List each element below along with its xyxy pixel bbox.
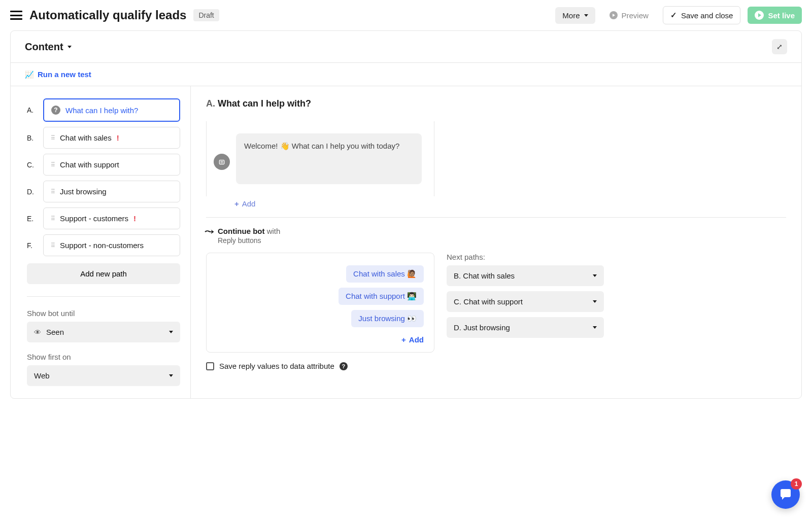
preview-label: Preview (622, 11, 649, 20)
reply-button[interactable]: Chat with sales 🙋🏽 (346, 265, 424, 283)
card-header: Content ⤢ (11, 31, 801, 62)
content-title: A. What can I help with? (206, 98, 786, 109)
add-reply-link[interactable]: Add (401, 335, 424, 344)
next-path-item[interactable]: C. Chat with support (447, 291, 604, 312)
path-row: B.⠿Chat with sales ! (27, 127, 180, 149)
reply-section: Chat with sales 🙋🏽Chat with support 👨🏻‍💻… (206, 253, 786, 353)
drag-handle-icon[interactable]: ⠿ (51, 161, 55, 168)
caret-down-icon (593, 326, 597, 329)
save-attr-checkbox[interactable] (206, 362, 214, 370)
path-label: Support - customers (60, 214, 128, 223)
path-label: Chat with sales (60, 133, 112, 142)
path-letter: A. (27, 106, 37, 114)
path-letter: B. (27, 134, 37, 142)
section-title-label: Content (25, 41, 63, 53)
drag-handle-icon[interactable]: ⠿ (51, 134, 55, 142)
save-attr-label: Save reply values to data attribute (219, 362, 334, 370)
page-title: Automatically qualify leads (29, 8, 186, 22)
continue-label: Continue bot (218, 227, 264, 235)
more-button[interactable]: More (555, 7, 595, 24)
page-header: Automatically qualify leads Draft More P… (0, 0, 812, 30)
question-icon: ? (51, 106, 60, 115)
path-item[interactable]: ?What can I help with? (43, 98, 180, 122)
preview-button[interactable]: Preview (602, 7, 656, 24)
drag-handle-icon[interactable]: ⠿ (51, 242, 55, 249)
path-label: Just browsing (60, 187, 107, 196)
path-label: Chat with support (60, 160, 119, 169)
continue-text: Continue bot with (218, 227, 280, 235)
expand-button[interactable]: ⤢ (772, 39, 787, 54)
add-message-link[interactable]: Add (234, 199, 255, 208)
save-label: Save and close (681, 11, 733, 20)
path-item[interactable]: ⠿Chat with sales ! (43, 127, 180, 149)
help-icon[interactable]: ? (340, 362, 348, 370)
message-block: Welcome! 👋 What can I help you with toda… (206, 121, 434, 196)
reply-button-box: Chat with sales 🙋🏽Chat with support 👨🏻‍💻… (206, 253, 434, 353)
add-path-button[interactable]: Add new path (27, 263, 180, 284)
path-row: C.⠿Chat with support (27, 154, 180, 176)
test-row: Run a new test (11, 62, 801, 86)
next-paths-label: Next paths: (447, 253, 604, 261)
add-reply-label: Add (409, 335, 424, 344)
plus-icon (234, 199, 239, 208)
show-until-value: Seen (46, 328, 64, 336)
path-item[interactable]: ⠿Support - customers ! (43, 207, 180, 229)
path-row: A.?What can I help with? (27, 98, 180, 122)
drag-handle-icon[interactable]: ⠿ (51, 188, 55, 195)
eye-icon (34, 328, 41, 336)
continue-row: Continue bot with Reply buttons (206, 217, 786, 245)
show-first-select[interactable]: Web (27, 365, 180, 386)
path-letter: F. (27, 241, 37, 250)
run-test-label: Run a new test (38, 70, 91, 79)
play-circle-icon (755, 11, 764, 20)
add-label: Add (242, 199, 256, 208)
next-path-item[interactable]: D. Just browsing (447, 317, 604, 338)
content-card: Content ⤢ Run a new test A.?What can I h… (10, 30, 802, 399)
test-icon (25, 70, 33, 79)
paths-sidebar: A.?What can I help with?B.⠿Chat with sal… (11, 86, 191, 398)
message-bubble[interactable]: Welcome! 👋 What can I help you with toda… (236, 133, 422, 184)
path-row: F.⠿Support - non-customers (27, 234, 180, 256)
path-row: D.⠿Just browsing (27, 181, 180, 202)
save-button[interactable]: Save and close (663, 6, 741, 24)
show-until-select[interactable]: Seen (27, 322, 180, 342)
next-path-label: B. Chat with sales (454, 271, 515, 280)
path-label: Support - non-customers (60, 241, 144, 250)
path-item[interactable]: ⠿Just browsing (43, 181, 180, 202)
main-area: A.?What can I help with?B.⠿Chat with sal… (11, 86, 801, 398)
path-list: A.?What can I help with?B.⠿Chat with sal… (27, 98, 180, 256)
drag-handle-icon[interactable]: ⠿ (51, 215, 55, 222)
warning-icon: ! (133, 214, 136, 223)
show-first-label: Show first on (27, 353, 180, 361)
bot-avatar-icon (214, 154, 230, 170)
reply-button[interactable]: Chat with support 👨🏻‍💻 (339, 288, 424, 305)
caret-down-icon (169, 331, 173, 333)
editor-content: A. What can I help with? Welcome! 👋 What… (191, 86, 801, 398)
path-item[interactable]: ⠿Support - non-customers (43, 234, 180, 256)
reply-button[interactable]: Just browsing 👀 (351, 310, 424, 327)
next-path-label: D. Just browsing (454, 323, 510, 332)
svg-rect-0 (219, 160, 224, 164)
caret-down-icon (593, 300, 597, 303)
section-selector[interactable]: Content (25, 41, 72, 53)
path-letter: D. (27, 188, 37, 196)
expand-icon: ⤢ (776, 43, 783, 51)
path-letter: C. (27, 161, 37, 169)
arrow-icon (206, 227, 213, 236)
menu-icon[interactable] (10, 11, 22, 20)
status-badge: Draft (193, 9, 219, 21)
run-test-link[interactable]: Run a new test (25, 70, 91, 79)
check-icon (670, 11, 677, 20)
path-row: E.⠿Support - customers ! (27, 207, 180, 229)
path-item[interactable]: ⠿Chat with support (43, 154, 180, 176)
show-until-label: Show bot until (27, 309, 180, 318)
save-attr-row: Save reply values to data attribute ? (206, 362, 786, 370)
caret-down-icon (169, 374, 173, 377)
next-paths: Next paths: B. Chat with salesC. Chat wi… (447, 253, 604, 353)
set-live-button[interactable]: Set live (748, 7, 802, 24)
path-letter: E. (27, 215, 37, 223)
next-path-label: C. Chat with support (454, 297, 523, 306)
path-label: What can I help with? (65, 106, 138, 115)
next-path-item[interactable]: B. Chat with sales (447, 265, 604, 286)
content-letter: A. (206, 98, 215, 109)
